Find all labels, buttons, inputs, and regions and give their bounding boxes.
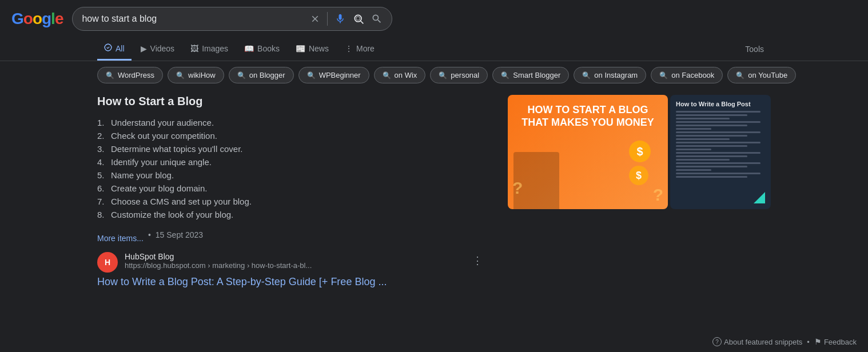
tab-news[interactable]: 📰 News	[289, 38, 336, 61]
blue-image-title: How to Write a Blog Post	[676, 101, 765, 107]
source-options-button[interactable]: ⋮	[470, 252, 485, 269]
separator: •	[807, 338, 810, 346]
chip-wpbeginner-label: WPBeginner	[319, 71, 361, 79]
text-line	[676, 169, 711, 171]
text-line	[676, 176, 747, 178]
search-icon	[371, 13, 383, 25]
videos-tab-icon: ▶	[141, 44, 147, 53]
tab-images[interactable]: 🖼 Images	[184, 38, 235, 61]
nav-tabs: All ▶ Videos 🖼 Images 📖 Books 📰 News ⋮ M…	[0, 38, 868, 61]
chip-search-icon-3: 🔍	[237, 71, 246, 79]
chip-youtube[interactable]: 🔍 on YouTube	[727, 67, 796, 83]
snippet-title: How to Start a Blog	[97, 95, 485, 108]
text-line	[676, 111, 761, 113]
chip-search-icon-8: 🔍	[582, 71, 591, 79]
tab-videos[interactable]: ▶ Videos	[134, 38, 182, 61]
source-link[interactable]: How to Write a Blog Post: A Step-by-Step…	[97, 276, 485, 288]
question-mark-right: ?	[653, 185, 663, 205]
text-line	[676, 131, 761, 133]
mic-icon	[335, 13, 346, 25]
tab-more[interactable]: ⋮ More	[338, 38, 381, 61]
text-line	[676, 121, 761, 123]
about-snippets-link[interactable]: ? About featured snippets	[712, 337, 802, 346]
text-line	[676, 159, 730, 161]
dot: •	[148, 230, 151, 239]
chip-facebook-label: on Facebook	[671, 71, 714, 79]
chip-wpbeginner[interactable]: 🔍 WPBeginner	[298, 67, 369, 83]
chip-wordpress[interactable]: 🔍 WordPress	[97, 67, 163, 83]
text-line	[676, 173, 761, 174]
list-item: 7.Choose a CMS and set up your blog.	[97, 195, 485, 208]
chip-instagram-label: on Instagram	[594, 71, 638, 79]
text-line	[676, 135, 747, 137]
list-item: 3.Determine what topics you'll cover.	[97, 142, 485, 155]
text-line	[676, 138, 730, 140]
list-item: 6.Create your blog domain.	[97, 182, 485, 195]
source-favicon: H	[97, 252, 118, 273]
chip-search-icon-9: 🔍	[659, 71, 668, 79]
tab-images-label: Images	[202, 44, 228, 53]
tab-news-label: News	[309, 44, 329, 53]
chip-wordpress-label: WordPress	[118, 71, 154, 79]
chip-blogger-label: on Blogger	[249, 71, 285, 79]
text-line	[676, 162, 761, 164]
voice-search-button[interactable]	[335, 13, 346, 25]
source-url: https://blog.hubspot.com › marketing › h…	[125, 261, 463, 270]
tab-more-label: More	[356, 44, 375, 53]
search-bar: how to start a blog	[72, 7, 392, 31]
source-name: HubSpot Blog	[125, 252, 463, 261]
chip-facebook[interactable]: 🔍 on Facebook	[651, 67, 723, 83]
chip-instagram[interactable]: 🔍 on Instagram	[574, 67, 646, 83]
chip-wix[interactable]: 🔍 on Wix	[374, 67, 426, 83]
more-tab-icon: ⋮	[345, 44, 353, 53]
books-tab-icon: 📖	[244, 44, 254, 53]
list-item: 8.Customize the look of your blog.	[97, 208, 485, 221]
chip-wikihow[interactable]: 🔍 wikiHow	[168, 67, 224, 83]
lens-search-button[interactable]	[353, 13, 364, 25]
search-input[interactable]: how to start a blog	[82, 14, 305, 24]
source-info: HubSpot Blog https://blog.hubspot.com › …	[125, 252, 463, 270]
blue-image-lines	[676, 111, 765, 178]
chip-search-icon-2: 🔍	[176, 71, 185, 79]
tab-books[interactable]: 📖 Books	[237, 38, 286, 61]
tools-label: Tools	[745, 45, 764, 54]
text-line	[676, 125, 747, 126]
google-logo: Google	[11, 10, 63, 28]
text-line	[676, 149, 711, 150]
dollar-decorations: $ $	[629, 141, 651, 185]
close-icon	[310, 14, 320, 24]
chip-personal[interactable]: 🔍 personal	[430, 67, 488, 83]
feedback-icon: ⚑	[814, 337, 822, 346]
chip-personal-label: personal	[451, 71, 479, 79]
more-items-link[interactable]: More items...	[97, 234, 144, 243]
list-item: 4.Identify your unique angle.	[97, 155, 485, 169]
header: Google how to start a blog	[0, 0, 868, 38]
text-line	[676, 155, 747, 157]
blue-image-content: How to Write a Blog Post	[670, 95, 771, 209]
clear-search-button[interactable]	[310, 14, 320, 24]
chip-smart-blogger[interactable]: 🔍 Smart Blogger	[492, 67, 569, 83]
image-thumb-left[interactable]: HOW TO START A BLOG THAT MAKES YOU MONEY…	[508, 95, 668, 209]
search-button[interactable]	[371, 13, 383, 25]
image-thumb-right[interactable]: How to Write a Blog Post	[670, 95, 771, 209]
chip-search-icon: 🔍	[106, 71, 114, 79]
filter-chips: 🔍 WordPress 🔍 wikiHow 🔍 on Blogger 🔍 WPB…	[0, 61, 868, 89]
svg-line-2	[361, 21, 364, 24]
tab-all[interactable]: All	[97, 38, 132, 61]
text-line	[676, 166, 747, 167]
question-circle-icon: ?	[712, 337, 722, 346]
chip-smart-blogger-label: Smart Blogger	[513, 71, 560, 79]
feedback-link[interactable]: ⚑ Feedback	[814, 337, 857, 346]
snippet-list: 1.Understand your audience. 2.Check out …	[97, 116, 485, 221]
tools-button[interactable]: Tools	[738, 39, 771, 59]
divider	[327, 12, 328, 26]
tab-all-label: All	[116, 44, 125, 53]
chip-search-icon-6: 🔍	[439, 71, 447, 79]
text-line	[676, 118, 730, 119]
snippet-date: 15 Sept 2023	[156, 230, 203, 239]
list-item: 5.Name your blog.	[97, 169, 485, 182]
featured-snippet: How to Start a Blog 1.Understand your au…	[97, 95, 485, 288]
chip-search-icon-10: 🔍	[736, 71, 744, 79]
orange-image-text: HOW TO START A BLOG THAT MAKES YOU MONEY	[517, 104, 659, 129]
chip-blogger[interactable]: 🔍 on Blogger	[229, 67, 294, 83]
